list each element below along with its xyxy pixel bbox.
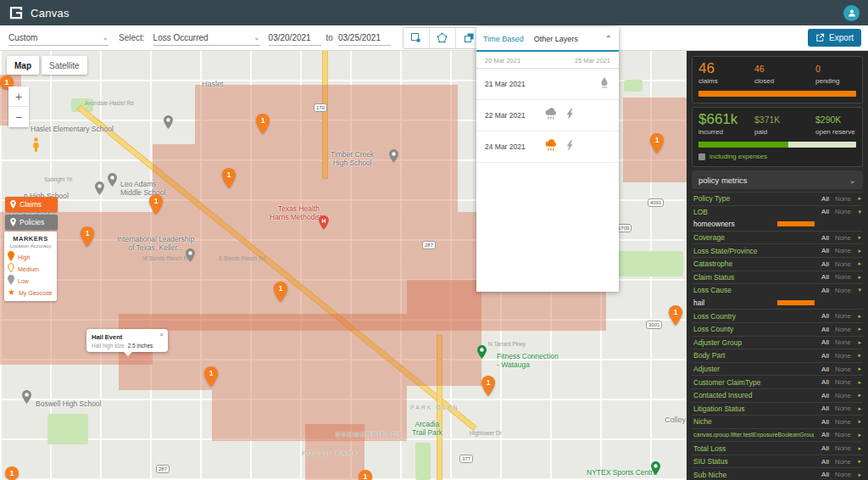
metric-all-link[interactable]: All [814,392,829,399]
metric-row-coverage[interactable]: CoverageAllNone▸ [692,231,863,244]
metric-row-total-loss[interactable]: Total LossAllNone▸ [692,441,863,455]
metric-row-contacted-insured[interactable]: Contacted InsuredAllNone▸ [692,388,863,402]
metric-row-loss-country[interactable]: Loss CountryAllNone▸ [692,309,863,322]
metric-none-link[interactable]: None [829,326,851,333]
metric-none-link[interactable]: None [829,260,851,268]
metric-row-policy-type[interactable]: Policy TypeAllNone▸ [692,192,863,205]
expand-arrow-icon[interactable]: ▸ [851,379,861,386]
metric-all-link[interactable]: All [814,352,829,360]
hail-icon[interactable] [600,76,609,92]
policies-toggle-button[interactable]: Policies [5,215,58,230]
metric-row-lob[interactable]: LOBAllNone▾ [692,205,863,219]
lightning-icon[interactable] [566,139,574,154]
claim-marker-pin[interactable]: 1 [481,376,495,399]
metric-all-link[interactable]: All [814,458,829,466]
metric-all-link[interactable]: All [814,366,829,373]
rain-cloud-icon[interactable] [544,108,558,124]
metric-none-link[interactable]: None [829,378,851,386]
expand-arrow-icon[interactable]: ▸ [851,313,861,320]
metric-row-claim-status[interactable]: Claim StatusAllNone▸ [692,271,863,284]
expand-arrow-icon[interactable]: ▸ [851,432,861,438]
date-from-input[interactable]: 03/20/2021 [269,31,321,46]
metric-row-loss-cause[interactable]: Loss CauseAllNone▾ [692,283,863,297]
metric-value-row[interactable]: homeowners [692,218,863,231]
tab-time-based[interactable]: Time Based [483,35,524,43]
time-layer-row[interactable]: 21 Mar 2021 [476,69,619,100]
claim-marker-pin[interactable]: 1 [274,282,287,305]
expand-arrow-icon[interactable]: ▸ [851,458,861,465]
metric-all-link[interactable]: All [814,405,829,412]
claims-toggle-button[interactable]: Claims [5,197,58,212]
time-layer-row[interactable]: 24 Mar 2021 [476,131,619,163]
metric-all-link[interactable]: All [814,338,829,346]
claim-marker-pin[interactable]: 1 [149,194,163,218]
metric-row-canvas-group-filter-testexposurebooleangroup[interactable]: canvas.group.filter.testExposureBooleanG… [692,428,863,442]
metric-none-link[interactable]: None [829,418,851,426]
claim-marker-pin[interactable]: 1 [222,168,236,192]
metric-none-link[interactable]: None [829,366,851,373]
metric-all-link[interactable]: All [814,247,829,254]
metric-row-adjuster-group[interactable]: Adjuster GroupAllNone▸ [692,336,863,349]
date-to-input[interactable]: 03/25/2021 [338,31,391,46]
metric-all-link[interactable]: All [814,471,829,478]
metric-none-link[interactable]: None [829,312,851,320]
expand-arrow-icon[interactable]: ▸ [851,339,861,346]
zoom-out-button[interactable]: − [8,107,29,127]
metric-all-link[interactable]: All [814,378,829,386]
expand-arrow-icon[interactable]: ▸ [851,274,861,281]
claim-marker-pin[interactable]: 1 [256,114,270,137]
metric-row-niche[interactable]: NicheAllNone▸ [692,415,863,428]
metric-all-link[interactable]: All [814,418,829,426]
expand-arrow-icon[interactable]: ▸ [851,326,861,332]
metric-none-link[interactable]: None [829,287,851,294]
metric-row-customer-claimtype[interactable]: Customer ClaimTypeAllNone▸ [692,375,863,388]
claim-marker-pin[interactable]: 1 [650,133,664,157]
metric-all-link[interactable]: All [814,195,829,203]
claim-marker-pin[interactable]: 1 [204,366,218,390]
metric-none-link[interactable]: None [829,444,851,452]
claim-marker-cluster[interactable]: 1 [359,470,372,480]
rectangle-select-button[interactable] [403,28,430,48]
metric-row-litigation-status[interactable]: Litigation StatusAllNone▸ [692,402,863,416]
chevron-up-icon[interactable]: ⌃ [605,34,612,43]
expand-arrow-icon[interactable]: ▸ [851,352,861,359]
expand-arrow-icon[interactable]: ▸ [851,366,861,372]
rain-cloud-icon[interactable] [544,139,558,155]
metric-none-link[interactable]: None [829,392,851,399]
preset-select[interactable]: Custom ⌄ [8,30,108,46]
including-expenses-checkbox[interactable] [698,153,705,160]
metric-all-link[interactable]: All [814,273,829,281]
metric-all-link[interactable]: All [814,326,829,333]
metric-row-loss-county[interactable]: Loss CountyAllNone▸ [692,322,863,336]
collapse-arrow-icon[interactable]: ▾ [851,209,861,215]
zoom-in-button[interactable]: + [8,87,29,107]
claim-marker-pin[interactable]: 1 [81,226,94,250]
tooltip-close-icon[interactable]: × [159,331,164,338]
metric-none-link[interactable]: None [829,208,851,215]
map-view-button[interactable]: Map [7,56,39,75]
metric-row-body-part[interactable]: Body PartAllNone▸ [692,349,863,362]
metric-all-link[interactable]: All [814,260,829,268]
expand-arrow-icon[interactable]: ▸ [851,405,861,412]
expand-arrow-icon[interactable]: ▸ [851,392,861,399]
metric-row-sub-niche[interactable]: Sub NicheAllNone▸ [692,467,863,480]
time-layer-row[interactable]: 22 Mar 2021 [476,100,619,131]
collapse-arrow-icon[interactable]: ▾ [851,287,861,293]
satellite-view-button[interactable]: Satellite [42,56,87,75]
claim-marker-pin[interactable]: 1 [669,305,682,329]
metric-value-row[interactable]: hail [692,297,863,310]
date-type-select[interactable]: Loss Occurred ⌄ [153,30,260,46]
expand-arrow-icon[interactable]: ▸ [851,418,861,425]
metric-none-link[interactable]: None [829,234,851,242]
metric-none-link[interactable]: None [829,471,851,478]
metric-none-link[interactable]: None [829,352,851,360]
metric-all-link[interactable]: All [814,234,829,242]
metric-none-link[interactable]: None [829,273,851,281]
metric-all-link[interactable]: All [814,287,829,294]
expand-arrow-icon[interactable]: ▸ [851,234,861,241]
user-avatar-icon[interactable] [843,5,860,21]
metric-row-catastrophe[interactable]: CatastropheAllNone▸ [692,257,863,271]
expand-arrow-icon[interactable]: ▸ [851,248,861,254]
metric-none-link[interactable]: None [829,405,851,412]
metric-none-link[interactable]: None [829,458,851,466]
